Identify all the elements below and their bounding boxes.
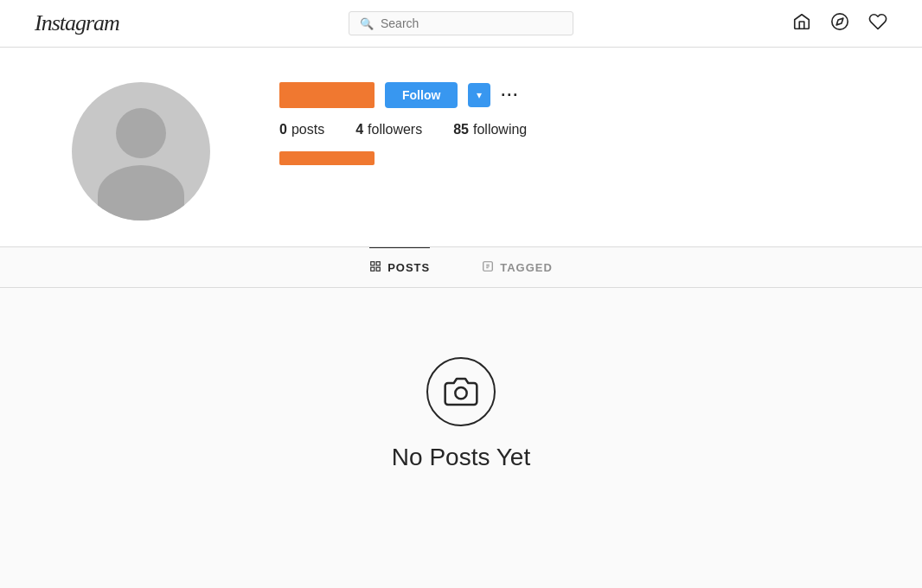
avatar-wrapper — [72, 82, 210, 220]
no-posts-text: No Posts Yet — [392, 444, 530, 471]
instagram-logo: Instagram — [35, 10, 119, 36]
profile-info: Follow ▾ ··· 0 posts 4 followers 85 foll… — [279, 82, 850, 165]
profile-stats: 0 posts 4 followers 85 following — [279, 122, 850, 137]
followers-stat[interactable]: 4 followers — [355, 122, 422, 137]
search-icon: 🔍 — [360, 17, 374, 30]
tabs-section: POSTS TAGGED — [0, 247, 922, 288]
svg-point-7 — [455, 387, 466, 399]
search-box: 🔍 — [349, 11, 573, 35]
posts-count: 0 — [279, 122, 287, 137]
tagged-tab-label: TAGGED — [500, 261, 553, 274]
username-placeholder — [279, 82, 375, 108]
posts-tab-label: POSTS — [387, 261, 430, 274]
tab-posts[interactable]: POSTS — [369, 247, 430, 287]
tab-tagged[interactable]: TAGGED — [482, 247, 553, 287]
svg-rect-3 — [376, 262, 380, 265]
following-stat[interactable]: 85 following — [453, 122, 527, 137]
posts-label: posts — [291, 122, 324, 137]
svg-rect-4 — [371, 267, 375, 271]
compass-icon[interactable] — [830, 12, 849, 35]
svg-rect-2 — [371, 262, 375, 265]
posts-stat[interactable]: 0 posts — [279, 122, 324, 137]
bio-placeholder — [279, 151, 375, 165]
posts-section: No Posts Yet — [0, 288, 922, 506]
svg-point-0 — [832, 14, 848, 29]
followers-label: followers — [368, 122, 422, 137]
profile-actions-row: Follow ▾ ··· — [279, 82, 850, 108]
avatar-body — [98, 165, 184, 220]
search-input[interactable] — [381, 16, 562, 30]
home-icon[interactable] — [792, 12, 811, 35]
avatar — [72, 82, 210, 220]
heart-icon[interactable] — [868, 12, 887, 35]
following-count: 85 — [453, 122, 469, 137]
followers-count: 4 — [355, 122, 363, 137]
profile-section: Follow ▾ ··· 0 posts 4 followers 85 foll… — [0, 48, 922, 247]
svg-rect-5 — [376, 267, 380, 271]
more-options-button[interactable]: ··· — [501, 86, 519, 105]
follow-button[interactable]: Follow — [385, 82, 458, 108]
following-label: following — [473, 122, 527, 137]
camera-circle — [426, 357, 496, 426]
avatar-person — [72, 82, 210, 220]
navbar: Instagram 🔍 — [0, 0, 922, 48]
follow-dropdown-button[interactable]: ▾ — [468, 83, 490, 107]
navbar-icons — [792, 12, 887, 35]
tagged-tab-icon — [482, 260, 494, 275]
camera-icon — [444, 374, 478, 409]
avatar-head — [116, 108, 166, 158]
posts-tab-icon — [369, 260, 381, 275]
search-container: 🔍 — [349, 11, 573, 35]
profile-inner: Follow ▾ ··· 0 posts 4 followers 85 foll… — [72, 82, 850, 220]
svg-marker-1 — [836, 18, 843, 25]
